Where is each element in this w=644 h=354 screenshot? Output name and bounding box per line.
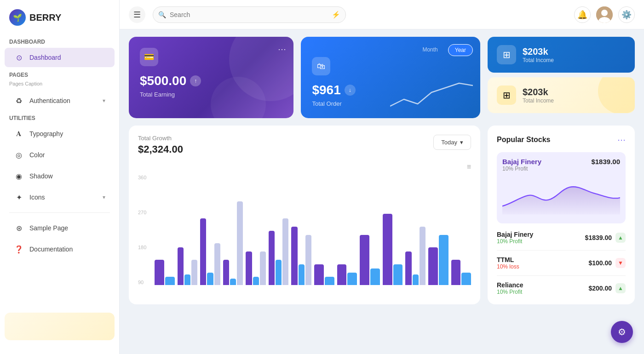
docs-icon: ❓: [14, 244, 24, 254]
order-icon: 🛍: [312, 57, 330, 75]
chart-label: Total Growth: [138, 135, 183, 142]
menu-button[interactable]: ☰: [129, 6, 145, 23]
earning-more-button[interactable]: ⋯: [278, 44, 286, 54]
dashboard-icon: ⊙: [14, 52, 24, 63]
bar-purple: [314, 264, 324, 285]
bar-purple: [223, 260, 229, 285]
bar-blue: [370, 268, 380, 285]
income-yellow-icon: ⊞: [497, 86, 516, 105]
bars-area: [155, 175, 471, 294]
bar-purple: [246, 251, 252, 285]
right-cards: ⊞ $203k Total Income ⊞ $203k Total Incom…: [488, 37, 635, 118]
bar-light: [282, 218, 288, 285]
bar-purple: [291, 227, 297, 285]
top-cards-row: 💳 ⋯ $500.00 ↑ Total Earning Month Year 🛍…: [129, 37, 635, 118]
notification-button[interactable]: 🔔: [574, 6, 591, 23]
featured-stock-header: Bajaj Finery 10% Profit $1839.00: [502, 158, 620, 176]
bar-blue: [230, 279, 236, 285]
bar-blue: [299, 264, 305, 285]
featured-stock-name: Bajaj Finery 10% Profit: [502, 158, 541, 176]
stock-item-right: $1839.00 ▲: [585, 233, 626, 243]
income-card-blue: ⊞ $203k Total Income: [488, 37, 635, 73]
chart-y-labels: 360 270 180 90: [138, 175, 146, 285]
bar-group: [314, 264, 334, 285]
search-icon: 🔍: [158, 11, 166, 18]
sidebar-item-icons[interactable]: ✦ Icons ▾: [5, 188, 115, 207]
auth-chevron-icon: ▾: [103, 97, 105, 104]
earning-amount: $500.00 ↑: [140, 74, 282, 88]
section-pages-caption: Pages Caption: [0, 80, 119, 90]
sidebar-item-dashboard[interactable]: ⊙ Dashboard: [5, 48, 115, 67]
icons-chevron-icon: ▾: [103, 194, 105, 200]
auth-icon: ♻: [14, 96, 24, 106]
bar-group: [246, 251, 266, 285]
sidebar-item-documentation[interactable]: ❓ Documentation: [5, 240, 115, 259]
bar-blue: [393, 264, 403, 285]
bar-group: [269, 218, 289, 285]
bar-light: [191, 260, 197, 285]
stocks-header: Popular Stocks ⋯: [497, 135, 626, 145]
bar-light: [260, 251, 266, 285]
stocks-more-button[interactable]: ⋯: [617, 135, 626, 145]
earning-icon: 💳: [140, 48, 158, 66]
bar-group: [405, 227, 426, 285]
search-bar: 🔍 ⚡: [153, 6, 346, 23]
bar-blue: [325, 277, 334, 285]
main-area: ☰ 🔍 ⚡ 🔔 ⚙️ 💳 ⋯ $500.00 ↑: [120, 0, 644, 354]
avatar[interactable]: [596, 6, 613, 23]
content: 💳 ⋯ $500.00 ↑ Total Earning Month Year 🛍…: [120, 29, 644, 354]
chart-area: 360 270 180 90: [138, 175, 471, 294]
bar-group: [451, 260, 472, 285]
bar-group: [155, 260, 175, 285]
up-arrow-icon: ▲: [615, 233, 626, 243]
bar-group: [360, 235, 380, 285]
stock-item: TTML 10% loss $100.00 ▼: [497, 256, 626, 276]
sidebar-item-color[interactable]: ◎ Color: [5, 145, 115, 165]
income-blue-info: $203k Total Income: [523, 46, 554, 63]
featured-stock-price: $1839.00: [591, 158, 620, 166]
stock-item: Reliance 10% Profit $200.00 ▲: [497, 281, 626, 295]
bar-group: [223, 201, 243, 285]
stocks-card: Popular Stocks ⋯ Bajaj Finery 10% Profit…: [488, 126, 635, 304]
sidebar-divider: [9, 212, 110, 213]
settings-button[interactable]: ⚙️: [618, 6, 635, 23]
sidebar-item-authentication[interactable]: ♻ Authentication ▾: [5, 91, 115, 110]
bar-light: [305, 235, 311, 285]
chart-menu-icon[interactable]: ≡: [138, 163, 471, 171]
app-logo: 🌱 BERRY: [0, 9, 119, 35]
sidebar-item-sample-page[interactable]: ⊛ Sample Page: [5, 218, 115, 238]
bar-group: [337, 264, 357, 285]
filter-icon[interactable]: ⚡: [332, 11, 340, 19]
bar-purple: [428, 247, 438, 285]
logo-icon: 🌱: [9, 9, 26, 26]
bar-purple: [360, 235, 369, 285]
bar-purple: [451, 260, 461, 285]
svg-point-1: [601, 10, 608, 16]
search-input[interactable]: [153, 6, 346, 23]
tab-month[interactable]: Month: [416, 44, 444, 56]
up-arrow-icon: ▲: [615, 283, 626, 293]
income-yellow-info: $203k Total Income: [523, 87, 554, 104]
chart-title-group: Total Growth $2,324.00: [138, 135, 183, 155]
header: ☰ 🔍 ⚡ 🔔 ⚙️: [120, 0, 644, 29]
bar-purple: [155, 260, 164, 285]
sidebar-item-typography[interactable]: 𝐀 Typography: [5, 124, 115, 143]
today-button[interactable]: Today ▾: [433, 135, 471, 150]
bar-blue: [413, 274, 419, 285]
bar-purple: [178, 247, 184, 285]
bar-blue: [347, 273, 357, 285]
sidebar: 🌱 BERRY Dashboard ⊙ Dashboard Pages Page…: [0, 0, 120, 354]
sidebar-item-shadow[interactable]: ◉ Shadow: [5, 166, 115, 186]
app-name: BERRY: [29, 12, 61, 23]
bar-group: [178, 247, 198, 285]
bar-light: [237, 201, 243, 285]
income-card-yellow: ⊞ $203k Total Income: [488, 77, 635, 113]
fab-settings-button[interactable]: ⚙: [611, 321, 633, 343]
shadow-icon: ◉: [14, 171, 24, 181]
earning-card: 💳 ⋯ $500.00 ↑ Total Earning: [129, 37, 293, 118]
header-right: 🔔 ⚙️: [574, 6, 635, 23]
sidebar-bottom: [0, 308, 119, 345]
color-icon: ◎: [14, 150, 24, 160]
tab-year[interactable]: Year: [448, 44, 473, 56]
stocks-title: Popular Stocks: [497, 136, 550, 144]
